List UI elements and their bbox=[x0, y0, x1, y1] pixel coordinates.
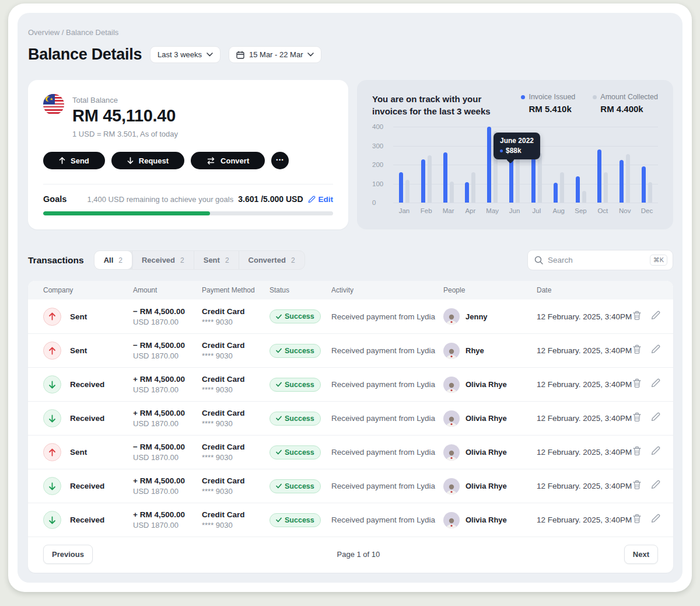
bar-group-oct[interactable] bbox=[597, 127, 608, 203]
edit-icon[interactable] bbox=[651, 412, 660, 422]
bar-group-mar[interactable] bbox=[443, 127, 454, 203]
delete-button[interactable] bbox=[632, 514, 642, 526]
edit-icon[interactable] bbox=[651, 514, 660, 523]
delete-icon[interactable] bbox=[632, 378, 642, 388]
invoice-issued-bar[interactable] bbox=[465, 182, 469, 203]
bar-group-dec[interactable] bbox=[642, 127, 652, 203]
date-cell: 12 February. 2025, 3:40PM bbox=[537, 380, 632, 389]
invoice-issued-bar[interactable] bbox=[620, 160, 624, 203]
amount-collected-bar[interactable] bbox=[560, 172, 564, 203]
period-select-value: Last 3 weeks bbox=[158, 50, 202, 59]
table-row[interactable]: Sent− RM 4,500.00USD 1870.00Credit Card*… bbox=[28, 333, 673, 367]
invoice-issued-bar[interactable] bbox=[487, 127, 491, 203]
delete-button[interactable] bbox=[632, 446, 642, 458]
table-row[interactable]: Received+ RM 4,500.00USD 1870.00Credit C… bbox=[28, 469, 673, 503]
edit-button[interactable] bbox=[651, 311, 660, 323]
more-actions-button[interactable]: ••• bbox=[271, 152, 289, 169]
table-row[interactable]: Received+ RM 4,500.00USD 1870.00Credit C… bbox=[28, 401, 673, 435]
amount-collected-bar[interactable] bbox=[450, 182, 454, 203]
edit-button[interactable] bbox=[651, 514, 660, 526]
amount-cell: − RM 4,500.00USD 1870.00 bbox=[133, 443, 202, 462]
bar-group-nov[interactable] bbox=[620, 127, 630, 203]
bar-group-aug[interactable] bbox=[554, 127, 564, 203]
edit-icon[interactable] bbox=[651, 344, 660, 354]
edit-icon[interactable] bbox=[651, 446, 660, 455]
tooltip-dot-icon bbox=[500, 149, 503, 152]
edit-button[interactable] bbox=[651, 480, 660, 492]
next-button[interactable]: Next bbox=[624, 545, 658, 564]
convert-button[interactable]: Convert bbox=[191, 152, 265, 169]
invoice-issued-bar[interactable] bbox=[576, 176, 580, 203]
bar-group-feb[interactable] bbox=[421, 127, 432, 203]
company-name: Received bbox=[70, 482, 104, 490]
delete-button[interactable] bbox=[632, 344, 642, 357]
edit-button[interactable] bbox=[651, 344, 660, 357]
invoice-issued-bar[interactable] bbox=[399, 172, 403, 203]
status-cell: Success bbox=[270, 412, 331, 426]
tab-sent[interactable]: Sent2 bbox=[194, 251, 239, 269]
received-icon bbox=[43, 477, 61, 495]
period-select[interactable]: Last 3 weeks bbox=[150, 46, 220, 63]
received-icon bbox=[43, 409, 61, 427]
invoice-issued-bar[interactable] bbox=[421, 159, 425, 203]
amount-collected-bar[interactable] bbox=[538, 153, 542, 203]
invoice-issued-bar[interactable] bbox=[443, 152, 447, 203]
delete-button[interactable] bbox=[632, 480, 642, 492]
tab-received[interactable]: Received2 bbox=[132, 251, 194, 269]
invoice-issued-bar[interactable] bbox=[531, 158, 536, 203]
send-button[interactable]: Send bbox=[43, 152, 105, 169]
invoice-issued-bar[interactable] bbox=[597, 149, 601, 203]
amount-collected-bar[interactable] bbox=[604, 172, 608, 203]
edit-icon[interactable] bbox=[651, 378, 660, 388]
bar-group-sep[interactable] bbox=[576, 127, 586, 203]
activity-cell: Received payment from Lydia bbox=[331, 312, 443, 321]
delete-button[interactable] bbox=[632, 311, 642, 323]
tab-converted[interactable]: Converted2 bbox=[239, 251, 304, 269]
delete-icon[interactable] bbox=[632, 480, 642, 490]
delete-icon[interactable] bbox=[632, 514, 642, 524]
bar-group-jan[interactable] bbox=[399, 127, 410, 203]
amount-collected-bar[interactable] bbox=[648, 182, 652, 203]
app-window: Overview / Balance Details Balance Detai… bbox=[8, 4, 692, 592]
edit-button[interactable] bbox=[651, 378, 660, 391]
table-row[interactable]: Received+ RM 4,500.00USD 1870.00Credit C… bbox=[28, 367, 673, 401]
amount-collected-bar[interactable] bbox=[582, 191, 586, 203]
delete-icon[interactable] bbox=[632, 344, 642, 354]
delete-icon[interactable] bbox=[632, 412, 642, 422]
delete-icon[interactable] bbox=[632, 446, 642, 456]
edit-icon[interactable] bbox=[651, 480, 660, 489]
amount-collected-bar[interactable] bbox=[428, 155, 432, 203]
avatar bbox=[443, 308, 460, 325]
convert-icon bbox=[206, 157, 215, 165]
edit-icon[interactable] bbox=[651, 311, 660, 320]
amount-collected-bar[interactable] bbox=[626, 154, 630, 203]
tab-all[interactable]: All2 bbox=[94, 250, 132, 270]
table-row[interactable]: Sent− RM 4,500.00USD 1870.00Credit Card*… bbox=[28, 299, 673, 333]
total-balance-label: Total Balance bbox=[72, 96, 178, 105]
amount-collected-bar[interactable] bbox=[471, 172, 475, 203]
search-input[interactable] bbox=[548, 256, 645, 264]
status-badge: Success bbox=[270, 378, 321, 392]
request-button[interactable]: Request bbox=[111, 152, 184, 169]
edit-goals-link[interactable]: Edit bbox=[308, 195, 334, 204]
calendar-icon bbox=[236, 51, 244, 59]
breadcrumb[interactable]: Overview / Balance Details bbox=[28, 28, 673, 37]
edit-button[interactable] bbox=[651, 446, 660, 458]
amount-collected-bar[interactable] bbox=[516, 155, 520, 203]
invoice-issued-bar[interactable] bbox=[642, 166, 646, 203]
delete-button[interactable] bbox=[632, 412, 642, 424]
bar-group-apr[interactable] bbox=[465, 127, 475, 203]
delete-icon[interactable] bbox=[632, 311, 642, 321]
search-shortcut-badge: ⌘K bbox=[650, 255, 667, 266]
edit-button[interactable] bbox=[651, 412, 660, 424]
table-row[interactable]: Received+ RM 4,500.00USD 1870.00Credit C… bbox=[28, 503, 673, 537]
amount-collected-bar[interactable] bbox=[405, 180, 410, 203]
delete-button[interactable] bbox=[632, 378, 642, 391]
status-badge: Success bbox=[270, 412, 321, 426]
search-box[interactable]: ⌘K bbox=[527, 250, 673, 270]
date-range-select[interactable]: 15 Mar - 22 Mar bbox=[229, 46, 321, 63]
table-row[interactable]: Sent− RM 4,500.00USD 1870.00Credit Card*… bbox=[28, 435, 673, 469]
invoice-issued-bar[interactable] bbox=[554, 183, 558, 203]
previous-button[interactable]: Previous bbox=[43, 545, 93, 564]
company-name: Sent bbox=[70, 448, 87, 457]
